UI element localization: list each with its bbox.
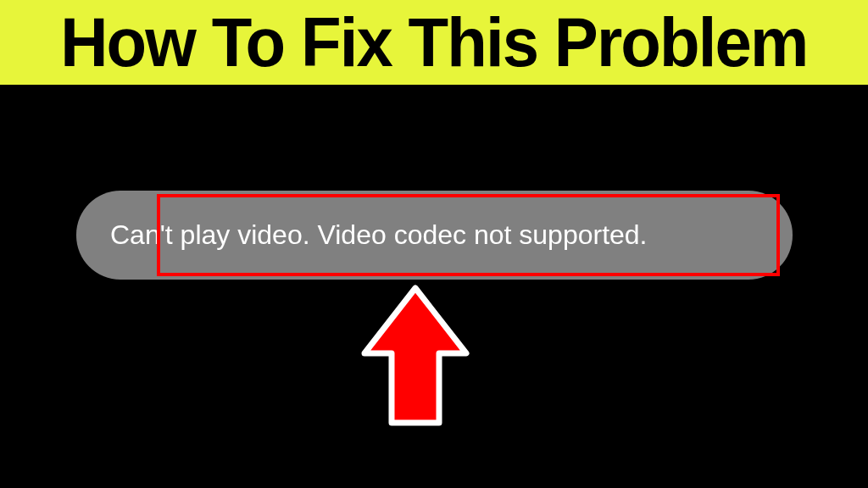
up-arrow-icon (356, 281, 475, 430)
arrow-indicator (356, 281, 475, 430)
toast-container: Can't play video. Video codec not suppor… (76, 191, 793, 280)
toast-message: Can't play video. Video codec not suppor… (110, 219, 648, 251)
toast-notification: Can't play video. Video codec not suppor… (76, 191, 793, 280)
title-banner: How To Fix This Problem (0, 0, 868, 85)
banner-title: How To Fix This Problem (60, 3, 807, 82)
